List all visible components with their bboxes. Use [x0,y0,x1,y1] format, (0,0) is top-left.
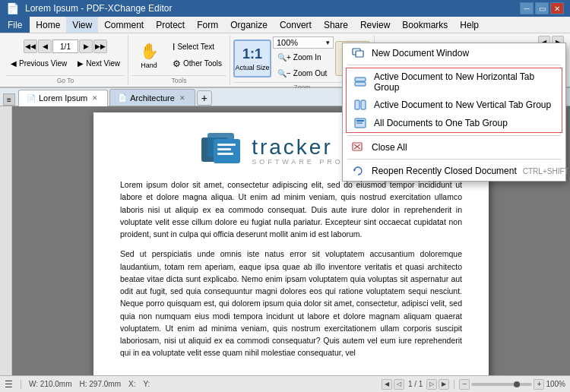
tab-icon-arch: 📄 [118,93,127,102]
menu-home[interactable]: Home [30,17,66,33]
menu-help[interactable]: Help [454,17,485,33]
page-arrows: ◀◀ ◀ 1/1 ▶ ▶▶ [24,40,107,53]
tools-group-label: Tools [131,75,226,85]
tracker-tagline: SOFTWARE PRODUCTS [252,158,382,166]
tbn-fwd[interactable]: ▶ [552,36,564,48]
hand-label: Hand [141,62,157,69]
menu-convert[interactable]: Convert [274,17,318,33]
menu-view[interactable]: View [66,17,98,33]
app-icon: 📄 [6,2,19,14]
zoom-chevron[interactable]: ▾ [326,39,330,46]
menu-bar: File Home View Comment Protect Form Orga… [0,17,570,33]
zoom-value: 100% [277,38,298,47]
zoom-in-button[interactable]: 🔍+ Zoom In [273,49,334,65]
zoom-slider[interactable] [471,383,532,386]
menu-protect[interactable]: Protect [150,17,191,33]
other-tools-icon: ⚙ [173,58,181,69]
menu-bookmarks[interactable]: Bookmarks [396,17,454,33]
actual-size-icon: 1:1 [242,46,262,62]
view-history: ◀ Previous View ▶ Next View [6,55,125,71]
bottom-fwd-button[interactable]: ▶ [439,379,449,390]
menu-organize[interactable]: Organize [224,17,274,33]
next-page-button[interactable]: ▶ [79,40,93,53]
prev-view-button[interactable]: ◀ Previous View [6,55,71,71]
find-button[interactable]: 🔍 Find... ▾ [425,49,493,66]
find-chevron: ▾ [486,54,489,62]
restore-button[interactable]: ▭ [535,2,549,14]
menu-comment[interactable]: Comment [98,17,150,33]
status-x: X: [128,380,135,388]
zoom-input-row: 100% ▾ [273,36,334,49]
menu-review[interactable]: Review [354,17,396,33]
other-tools-button[interactable]: ⚙ Other Tools [168,56,226,71]
tab-close-arch[interactable]: ✕ [178,93,187,103]
search-chevron: ▾ [556,54,560,62]
close-button[interactable]: ✕ [550,2,564,14]
document-view[interactable]: tracker SOFTWARE PRODUCTS Lorem ipsum do… [12,106,570,375]
tracker-logo-svg [200,131,245,169]
prev-page-button[interactable]: ◀ [38,40,52,53]
find-icon: 🔍 [429,52,440,63]
zoom-in-bottom[interactable]: + [534,379,544,390]
svg-rect-3 [217,144,236,146]
right-toolbar: ◀ ▶ 🔍 Find... ▾ 🔍 Search... ▾ [425,35,567,85]
nav-group: ◀◀ ◀ 1/1 ▶ ▶▶ ◀ Previous View ▶ Next Vie… [3,35,128,85]
nav-content: ◀◀ ◀ 1/1 ▶ ▶▶ ◀ Previous View ▶ Next Vie… [6,36,125,74]
zoom-out-button[interactable]: 🔍− Zoom Out [273,65,334,81]
tab-architecture[interactable]: 📄 Architecture ✕ [109,89,195,106]
hand-tool-button[interactable]: ✋ Hand [131,38,166,73]
tabs-icon: ▤ [481,71,489,81]
page-number-display: 1/1 [52,40,78,53]
scroll-area: tracker SOFTWARE PRODUCTS Lorem ipsum do… [0,106,570,375]
bottom-next-button[interactable]: ▷ [426,379,437,390]
last-page-button[interactable]: ▶▶ [93,40,107,53]
rotate-view-button[interactable]: ↻ Rotate View [335,41,370,76]
status-width: W: 210.0mm [29,380,72,388]
menu-form[interactable]: Form [191,17,224,33]
nav-group-label: Go To [6,75,125,85]
find-search-row: 🔍 Find... ▾ 🔍 Search... ▾ [425,49,564,66]
ribbon-toolbar: ◀◀ ◀ 1/1 ▶ ▶▶ ◀ Previous View ▶ Next Vie… [0,33,570,88]
search-button[interactable]: 🔍 Search... ▾ [496,49,564,66]
tools-content: ✋ Hand I Select Text ⚙ Other Tools [131,36,226,74]
document-text: Lorem ipsum dolor sit amet, consectetur … [120,179,462,359]
paragraph-2: Sed ut perspiciatis unde omnis iste natu… [120,248,462,359]
tab-close-lorem[interactable]: ✕ [90,93,100,103]
select-text-button[interactable]: I Select Text [168,40,226,55]
bottom-prev-button[interactable]: ◁ [394,379,404,390]
left-panel-strip [0,106,12,375]
status-sep2 [454,380,454,389]
minimize-button[interactable]: ─ [520,2,534,14]
document-tabs-button[interactable]: ▤ Document Tabs ▾ [476,68,564,84]
actual-size-button[interactable]: 1:1 Actual Size [233,40,271,77]
next-view-button[interactable]: ▶ Next View [73,55,125,71]
zoom-out-bottom[interactable]: − [459,379,470,390]
zoom-out-icon: 🔍− [277,69,291,77]
title-bar: 📄 Lorem Ipsum - PDF-XChange Editor ─ ▭ ✕ [0,0,570,17]
menu-share[interactable]: Share [318,17,354,33]
tbn-back[interactable]: ◀ [538,36,550,48]
first-page-button[interactable]: ◀◀ [24,40,37,53]
bottom-page-label: 1 / 1 [406,380,425,388]
logo-row: tracker SOFTWARE PRODUCTS [120,131,462,169]
bottom-back-button[interactable]: ◀ [382,379,392,390]
select-text-icon: I [173,42,175,52]
tab-bar: ≡ 📄 Lorem Ipsum ✕ 📄 Architecture ✕ + [0,88,570,106]
top-right-nav: ◀ ▶ 🔍 Find... ▾ 🔍 Search... ▾ [425,36,564,84]
tools-group: ✋ Hand I Select Text ⚙ Other Tools Tools [128,35,230,85]
tab-add-button[interactable]: + [197,90,212,106]
tab-label-lorem: Lorem Ipsum [39,93,87,103]
tab-lorem-ipsum[interactable]: 📄 Lorem Ipsum ✕ [18,90,108,106]
tracker-brand-name: tracker [252,135,382,160]
zoom-content: 1:1 Actual Size 100% ▾ 🔍+ Zoom In 🔍− Zoo… [233,36,371,81]
app-title: Lorem Ipsum - PDF-XChange Editor [25,3,172,14]
tab-list-icon[interactable]: ≡ [3,93,15,106]
app-window: 📄 Lorem Ipsum - PDF-XChange Editor ─ ▭ ✕… [0,0,570,392]
tab-icon-lorem: 📄 [27,94,36,103]
zoom-in-icon: 🔍+ [277,53,291,62]
bottom-zoom-controls: − + 100% [459,379,565,390]
svg-rect-5 [217,153,233,155]
zoom-thumb [514,381,520,387]
menu-file[interactable]: File [0,17,30,33]
top-nav-row: ◀ ▶ [538,36,564,48]
